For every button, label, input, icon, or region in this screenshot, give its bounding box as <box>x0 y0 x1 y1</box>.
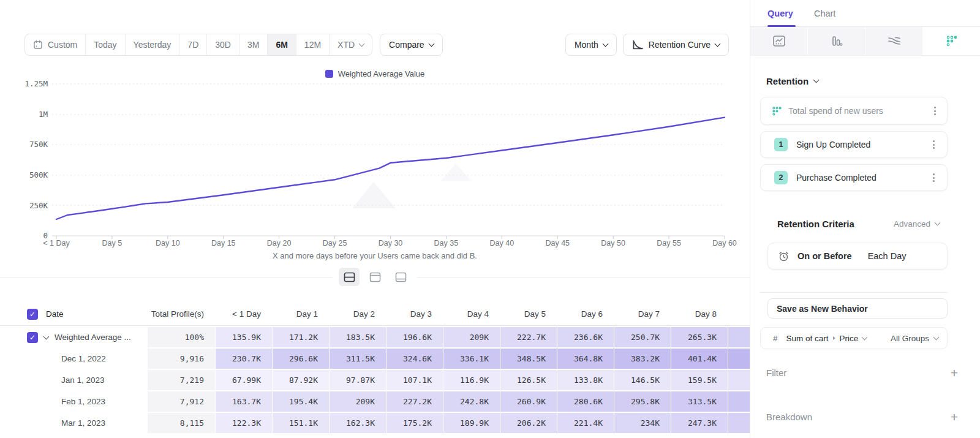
retention-value-cell[interactable]: 295.8K <box>614 391 671 412</box>
add-filter-icon[interactable]: + <box>951 366 958 379</box>
retention-value-cell[interactable]: 107.1K <box>386 370 443 390</box>
retention-value-cell[interactable]: 227.2K <box>386 391 443 412</box>
retention-value-cell[interactable]: 260.9K <box>500 391 557 412</box>
retention-value-cell[interactable]: 97.87K <box>330 370 386 390</box>
retention-value-cell[interactable]: 242.8K <box>443 391 500 412</box>
retention-value-cell[interactable]: 313.5K <box>671 391 728 412</box>
range-30d[interactable]: 30D <box>206 34 239 55</box>
flows-icon <box>888 36 901 47</box>
retention-value-cell[interactable]: 209K <box>443 327 500 347</box>
retention-value-cell[interactable]: 336.1K <box>443 349 500 369</box>
retention-value-cell[interactable]: 67.99K <box>216 370 272 390</box>
number-property-icon: # <box>773 334 778 343</box>
range-custom[interactable]: Custom <box>25 34 85 55</box>
retention-value-cell[interactable]: 151.1K <box>273 413 329 433</box>
retention-value-cell[interactable]: 116.9K <box>443 370 500 390</box>
retention-value-cell[interactable]: 311.5K <box>330 349 386 369</box>
add-breakdown-icon[interactable]: + <box>951 410 958 423</box>
range-7d[interactable]: 7D <box>179 34 206 55</box>
retention-value-cell[interactable]: 250.7K <box>614 327 671 347</box>
range-yesterday[interactable]: Yesterday <box>125 34 179 55</box>
chevron-down-icon <box>428 40 434 47</box>
retention-value-cell[interactable]: 247.3K <box>671 413 728 433</box>
timing-card[interactable]: On or Before Each Day <box>767 243 948 270</box>
retention-value-cell[interactable]: 364.8K <box>557 349 614 369</box>
compare-button[interactable]: Compare <box>380 34 443 56</box>
retention-value-cell[interactable]: 159.5K <box>671 370 728 390</box>
range-6m[interactable]: 6M <box>267 34 295 55</box>
clipped-value-cell <box>728 413 750 433</box>
retention-value-cell[interactable]: 234K <box>614 413 671 433</box>
retention-value-cell[interactable]: 221.4K <box>557 413 614 433</box>
funnel-bars-button[interactable] <box>808 27 865 55</box>
retention-value-cell[interactable]: 401.4K <box>671 349 728 369</box>
measurement-selector[interactable]: Retention <box>766 76 818 86</box>
row-checkbox[interactable]: ✓ <box>27 332 38 343</box>
retention-value-cell[interactable]: 296.6K <box>273 349 329 369</box>
x-axis-tick: Day 40 <box>474 239 529 247</box>
retention-value-cell[interactable]: 236.6K <box>557 327 614 347</box>
retention-value-cell[interactable]: 189.9K <box>443 413 500 433</box>
column-header: Day 7 <box>614 303 671 325</box>
x-axis-caption: X and more days before your Users came b… <box>0 251 750 260</box>
select-all-checkbox[interactable]: ✓ <box>27 309 38 320</box>
tab-chart[interactable]: Chart <box>814 0 835 27</box>
retention-value-cell[interactable]: 324.6K <box>386 349 443 369</box>
retention-value-cell[interactable]: 195.4K <box>273 391 329 412</box>
retention-value-cell[interactable]: 87.92K <box>273 370 329 390</box>
divider <box>760 292 948 293</box>
tab-query[interactable]: Query <box>767 0 793 27</box>
retention-value-cell[interactable]: 280.6K <box>557 391 614 412</box>
measure-property-dropdown[interactable]: Sum of cart Price <box>786 334 867 343</box>
behavior-card[interactable]: Total spend of new users <box>760 97 948 125</box>
retention-value-cell[interactable]: 196.6K <box>386 327 443 347</box>
insights-chart-button[interactable] <box>750 27 807 55</box>
criteria-mode-dropdown[interactable]: Advanced <box>894 219 940 228</box>
retention-value-cell[interactable]: 230.7K <box>216 349 272 369</box>
range-12m[interactable]: 12M <box>296 34 329 55</box>
flows-button[interactable] <box>865 27 922 55</box>
retention-value-cell[interactable]: 162.3K <box>330 413 386 433</box>
retention-value-cell[interactable]: 175.2K <box>386 413 443 433</box>
retention-value-cell[interactable]: 183.5K <box>330 327 386 347</box>
kebab-menu-icon[interactable] <box>932 103 938 118</box>
event-item[interactable]: 2 Purchase Completed <box>760 164 948 191</box>
chevron-down-icon <box>359 40 365 47</box>
event-item[interactable]: 1 Sign Up Completed <box>760 131 948 158</box>
retention-value-cell[interactable]: 146.5K <box>614 370 671 390</box>
retention-value-cell[interactable]: 133.8K <box>557 370 614 390</box>
row-label: Jan 1, 2023 <box>61 376 105 385</box>
retention-button[interactable] <box>923 27 980 55</box>
clipped-value-cell <box>728 327 750 347</box>
toolbar-right: Month Retention Curve <box>565 34 729 56</box>
retention-value-cell[interactable]: 348.5K <box>500 349 557 369</box>
view-table-bottom-button[interactable] <box>390 268 411 286</box>
retention-value-cell[interactable]: 222.7K <box>500 327 557 347</box>
range-3m[interactable]: 3M <box>239 34 267 55</box>
retention-value-cell[interactable]: 163.7K <box>216 391 272 412</box>
save-as-new-behavior-button[interactable]: Save as New Behavior <box>767 298 948 319</box>
retention-value-cell[interactable]: 171.2K <box>273 327 329 347</box>
column-header: < 1 Day <box>216 303 272 325</box>
kebab-menu-icon[interactable] <box>930 137 937 152</box>
watermark-triangle <box>352 182 396 208</box>
column-header: Day 2 <box>330 303 386 325</box>
granularity-button[interactable]: Month <box>565 34 617 56</box>
view-table-top-button[interactable] <box>364 268 385 286</box>
kebab-menu-icon[interactable] <box>930 170 937 185</box>
view-split-button[interactable] <box>339 268 360 286</box>
retention-value-cell[interactable]: 265.3K <box>671 327 728 347</box>
range-xtd[interactable]: XTD <box>329 34 372 55</box>
expand-chevron-icon[interactable] <box>43 333 50 339</box>
groups-dropdown[interactable]: All Groups <box>891 334 938 343</box>
retention-value-cell[interactable]: 206.2K <box>500 413 557 433</box>
retention-value-cell[interactable]: 135.9K <box>216 327 272 347</box>
x-axis-tick: Day 35 <box>418 239 473 247</box>
range-today[interactable]: Today <box>85 34 124 55</box>
retention-value-cell[interactable]: 122.3K <box>216 413 272 433</box>
retention-value-cell[interactable]: 126.5K <box>500 370 557 390</box>
retention-value-cell[interactable]: 209K <box>330 391 386 412</box>
row-label: Weighted Average ... <box>55 333 131 342</box>
retention-value-cell[interactable]: 383.2K <box>614 349 671 369</box>
chart-type-button[interactable]: Retention Curve <box>623 34 729 56</box>
